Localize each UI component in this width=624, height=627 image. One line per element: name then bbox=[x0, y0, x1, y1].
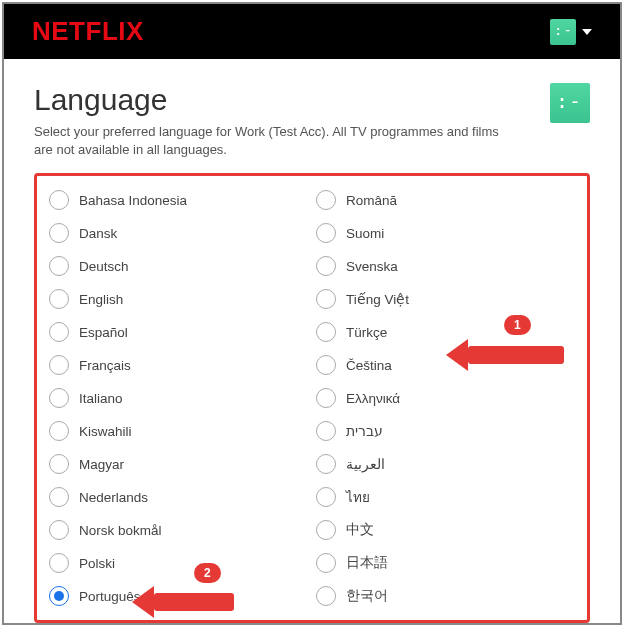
radio-icon bbox=[49, 190, 69, 210]
language-option[interactable]: Suomi bbox=[312, 219, 579, 247]
language-list-highlight: Bahasa IndonesiaDanskDeutschEnglishEspañ… bbox=[34, 173, 590, 623]
netflix-logo[interactable]: NETFLIX bbox=[32, 16, 144, 47]
language-option[interactable]: Norsk bokmål bbox=[45, 516, 312, 544]
language-option[interactable]: Bahasa Indonesia bbox=[45, 186, 312, 214]
language-label: עברית bbox=[346, 423, 383, 439]
radio-icon bbox=[316, 421, 336, 441]
language-option[interactable]: Svenska bbox=[312, 252, 579, 280]
language-label: Norsk bokmål bbox=[79, 523, 162, 538]
language-label: العربية bbox=[346, 456, 385, 472]
radio-icon bbox=[316, 355, 336, 375]
language-option[interactable]: Română bbox=[312, 186, 579, 214]
language-option[interactable]: ไทย bbox=[312, 483, 579, 511]
language-label: Magyar bbox=[79, 457, 124, 472]
language-option[interactable]: English bbox=[45, 285, 312, 313]
radio-icon bbox=[316, 322, 336, 342]
radio-icon bbox=[49, 553, 69, 573]
annotation-badge-1: 1 bbox=[504, 315, 531, 335]
radio-icon bbox=[49, 586, 69, 606]
language-label: Français bbox=[79, 358, 131, 373]
annotation-badge-2: 2 bbox=[194, 563, 221, 583]
language-label: Čeština bbox=[346, 358, 392, 373]
radio-icon bbox=[49, 487, 69, 507]
language-label: Bahasa Indonesia bbox=[79, 193, 187, 208]
language-option[interactable]: Ελληνικά bbox=[312, 384, 579, 412]
language-option[interactable]: Français bbox=[45, 351, 312, 379]
language-option[interactable]: العربية bbox=[312, 450, 579, 478]
radio-icon bbox=[316, 190, 336, 210]
page-subtitle: Select your preferred language for Work … bbox=[34, 123, 514, 159]
page-title: Language bbox=[34, 83, 514, 117]
language-label: Español bbox=[79, 325, 128, 340]
radio-icon bbox=[49, 520, 69, 540]
radio-icon bbox=[49, 289, 69, 309]
language-option[interactable]: Italiano bbox=[45, 384, 312, 412]
language-label: 日本語 bbox=[346, 554, 388, 572]
language-option[interactable]: Deutsch bbox=[45, 252, 312, 280]
language-label: Tiếng Việt bbox=[346, 291, 409, 307]
language-option[interactable]: Dansk bbox=[45, 219, 312, 247]
language-label: Italiano bbox=[79, 391, 123, 406]
language-option[interactable]: 中文 bbox=[312, 516, 579, 544]
language-option[interactable]: Nederlands bbox=[45, 483, 312, 511]
language-label: Polski bbox=[79, 556, 115, 571]
language-option[interactable]: Español bbox=[45, 318, 312, 346]
radio-icon bbox=[49, 256, 69, 276]
language-label: 中文 bbox=[346, 521, 374, 539]
avatar-icon bbox=[550, 19, 576, 45]
radio-icon bbox=[49, 388, 69, 408]
annotation-arrow-2 bbox=[132, 586, 234, 618]
language-option[interactable]: 한국어 bbox=[312, 582, 579, 610]
radio-icon bbox=[49, 421, 69, 441]
radio-icon bbox=[49, 355, 69, 375]
radio-icon bbox=[316, 553, 336, 573]
language-label: 한국어 bbox=[346, 587, 388, 605]
profile-menu[interactable] bbox=[550, 19, 592, 45]
language-option[interactable]: Polski bbox=[45, 549, 312, 577]
language-option[interactable]: Kiswahili bbox=[45, 417, 312, 445]
radio-icon bbox=[49, 322, 69, 342]
language-option[interactable]: 日本語 bbox=[312, 549, 579, 577]
radio-icon bbox=[316, 223, 336, 243]
header-bar: NETFLIX bbox=[4, 4, 620, 59]
radio-icon bbox=[316, 256, 336, 276]
chevron-down-icon bbox=[582, 29, 592, 35]
language-label: Deutsch bbox=[79, 259, 129, 274]
language-label: Română bbox=[346, 193, 397, 208]
language-label: Nederlands bbox=[79, 490, 148, 505]
language-label: Türkçe bbox=[346, 325, 387, 340]
language-label: Svenska bbox=[346, 259, 398, 274]
radio-icon bbox=[316, 520, 336, 540]
language-label: Kiswahili bbox=[79, 424, 132, 439]
language-label: Ελληνικά bbox=[346, 391, 400, 406]
radio-icon bbox=[316, 388, 336, 408]
radio-icon bbox=[49, 454, 69, 474]
language-label: ไทย bbox=[346, 486, 370, 508]
language-label: Dansk bbox=[79, 226, 117, 241]
language-option[interactable]: עברית bbox=[312, 417, 579, 445]
annotation-arrow-1 bbox=[446, 339, 564, 371]
profile-avatar-large bbox=[550, 83, 590, 123]
radio-icon bbox=[49, 223, 69, 243]
radio-icon bbox=[316, 586, 336, 606]
language-label: Suomi bbox=[346, 226, 384, 241]
radio-icon bbox=[316, 289, 336, 309]
language-option[interactable]: Tiếng Việt bbox=[312, 285, 579, 313]
language-option[interactable]: Magyar bbox=[45, 450, 312, 478]
radio-icon bbox=[316, 454, 336, 474]
language-label: English bbox=[79, 292, 123, 307]
radio-icon bbox=[316, 487, 336, 507]
